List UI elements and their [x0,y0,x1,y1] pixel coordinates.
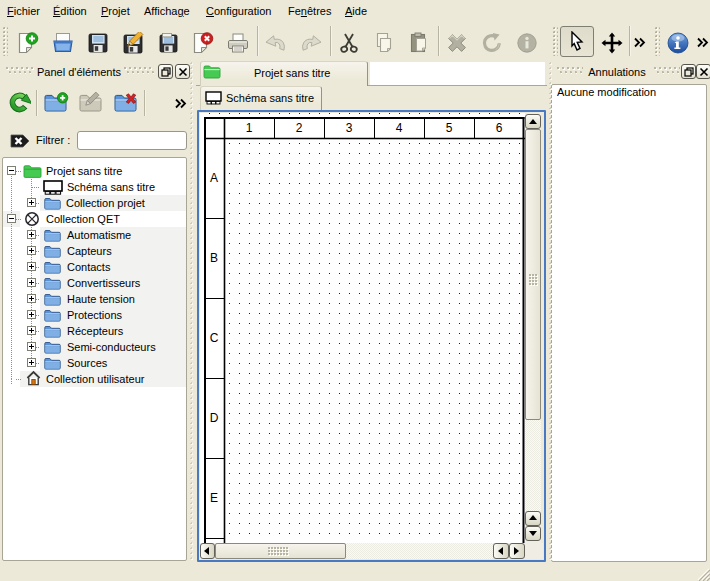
svg-text:A: A [210,171,218,185]
svg-text:4: 4 [396,121,403,135]
svg-text:E: E [210,491,218,505]
svg-text:C: C [210,331,219,345]
svg-text:2: 2 [296,121,303,135]
svg-text:6: 6 [496,121,503,135]
svg-text:B: B [210,251,218,265]
svg-text:D: D [210,411,219,425]
svg-text:1: 1 [246,121,253,135]
svg-text:3: 3 [346,121,353,135]
svg-text:5: 5 [446,121,453,135]
